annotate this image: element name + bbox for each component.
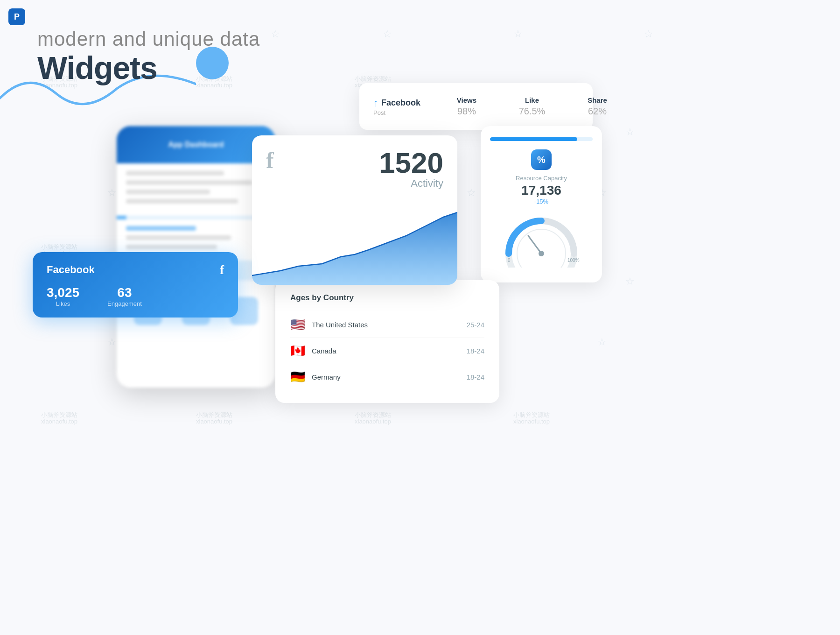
country-name-canada: Canada — [312, 347, 336, 355]
watermark-20: xiaonaofu.top — [355, 418, 391, 425]
watermark-22: xiaonaofu.top — [513, 418, 550, 425]
ages-by-country-card: Ages by Country 🇺🇸 The United States 25-… — [275, 280, 499, 403]
fb-activity-label: Activity — [379, 177, 443, 190]
star-12: ☆ — [597, 336, 607, 348]
fb-share-value: 62% — [579, 106, 616, 117]
mobile-text-5 — [126, 226, 196, 231]
ages-country-germany: 🇩🇪 Germany — [290, 370, 341, 384]
fb-activity-header: f 1520 Activity — [252, 135, 457, 190]
fb-share-stat: Share 62% — [579, 96, 616, 117]
resource-title: Resource Capacity — [490, 175, 593, 182]
star-3: ☆ — [513, 28, 523, 40]
star-4: ☆ — [644, 28, 653, 40]
svg-point-3 — [539, 251, 544, 256]
facebook-stats-card: ↑ Facebook Post Views 98% Like 76.5% Sha… — [359, 83, 593, 130]
svg-text:0: 0 — [508, 258, 511, 263]
mobile-text-3 — [126, 190, 210, 194]
ages-country-us: 🇺🇸 The United States — [290, 318, 368, 332]
ages-row-germany: 🇩🇪 Germany 18-24 — [290, 364, 484, 390]
watermark-7: 小脑斧资源站 — [41, 243, 77, 251]
star-9: ☆ — [107, 336, 117, 348]
mobile-header-text: App Dashboard — [168, 141, 224, 149]
hero-subtitle: modern and unique data — [37, 28, 260, 50]
fb-likes-label: Likes — [47, 300, 79, 307]
svg-point-1 — [517, 229, 566, 268]
mobile-text-6 — [126, 235, 231, 240]
fb-likes-stat: 3,025 Likes — [47, 285, 79, 307]
country-name-us: The United States — [312, 321, 368, 329]
flag-germany: 🇩🇪 — [290, 370, 305, 384]
fb-share-label: Share — [579, 96, 616, 104]
resource-icon-label: % — [537, 155, 546, 165]
fb-post-sublabel: Post — [373, 109, 385, 116]
watermark-21: 小脑斧资源站 — [513, 411, 550, 419]
resource-capacity-card: % Resource Capacity 17,136 -15% 0 100% — [481, 126, 602, 282]
star-7: ☆ — [467, 187, 476, 199]
fb-activity-chart — [252, 210, 457, 285]
star-5: ☆ — [107, 187, 117, 199]
resource-value: 17,136 — [490, 183, 593, 198]
hero-title: Widgets — [37, 50, 260, 85]
age-range-canada: 18-24 — [467, 347, 484, 355]
country-name-germany: Germany — [312, 373, 341, 381]
flag-us: 🇺🇸 — [290, 318, 305, 332]
top-logo: P — [8, 8, 25, 25]
age-range-germany: 18-24 — [467, 373, 484, 381]
watermark-19: 小脑斧资源站 — [355, 411, 391, 419]
fb-engagement-stat: 63 Engagement — [107, 285, 142, 307]
fb-post-label: ↑ Facebook Post — [373, 97, 420, 116]
fb-blue-name: Facebook — [47, 264, 95, 276]
fb-activity-number: 1520 — [379, 148, 443, 177]
mobile-header-bar: App Dashboard — [117, 126, 275, 163]
watermark-16: xiaonaofu.top — [41, 418, 77, 425]
fb-like-stat: Like 76.5% — [513, 96, 551, 117]
resource-progress-bar — [490, 137, 593, 141]
fb-blue-icon: f — [220, 262, 224, 277]
mobile-text-2 — [126, 180, 252, 185]
resource-gauge: 0 100% — [499, 212, 583, 269]
mobile-text-1 — [126, 171, 224, 176]
fb-like-label: Like — [513, 96, 551, 104]
watermark-18: xiaonaofu.top — [196, 418, 232, 425]
watermark-5: 小脑斧资源站 — [355, 75, 391, 83]
fb-views-stat: Views 98% — [448, 96, 485, 117]
fb-blue-stats: 3,025 Likes 63 Engagement — [47, 285, 224, 307]
fb-views-value: 98% — [448, 106, 485, 117]
fb-arrow-icon: ↑ — [373, 97, 378, 109]
resource-progress-fill — [490, 137, 577, 141]
fb-blue-top: Facebook f — [47, 262, 224, 277]
star-13: ☆ — [625, 126, 635, 138]
fb-post-title: Facebook — [381, 98, 420, 108]
watermark-15: 小脑斧资源站 — [41, 411, 77, 419]
mobile-divider — [126, 216, 266, 219]
fb-engagement-label: Engagement — [107, 300, 142, 307]
flag-canada: 🇨🇦 — [290, 344, 305, 358]
logo-letter: P — [14, 12, 20, 22]
fb-likes-value: 3,025 — [47, 285, 79, 300]
ages-country-canada: 🇨🇦 Canada — [290, 344, 336, 358]
fb-activity-icon: f — [266, 148, 274, 172]
fb-like-value: 76.5% — [513, 106, 551, 117]
star-2: ☆ — [383, 28, 392, 40]
ages-title: Ages by Country — [290, 293, 484, 303]
ages-row-us: 🇺🇸 The United States 25-24 — [290, 312, 484, 338]
resource-change: -15% — [490, 198, 593, 205]
ages-row-canada: 🇨🇦 Canada 18-24 — [290, 338, 484, 364]
watermark-17: 小脑斧资源站 — [196, 411, 232, 419]
fb-views-label: Views — [448, 96, 485, 104]
star-14: ☆ — [625, 275, 635, 288]
star-1: ☆ — [271, 28, 280, 40]
mobile-text-4 — [126, 199, 238, 204]
fb-engagement-value: 63 — [107, 285, 142, 300]
facebook-blue-card: Facebook f 3,025 Likes 63 Engagement — [33, 252, 238, 318]
facebook-activity-card: f 1520 Activity — [252, 135, 457, 285]
resource-icon: % — [531, 149, 552, 170]
age-range-us: 25-24 — [467, 321, 484, 329]
svg-text:100%: 100% — [567, 258, 580, 263]
mobile-text-7 — [126, 245, 217, 249]
fb-activity-numbers: 1520 Activity — [379, 148, 443, 190]
hero-section: modern and unique data Widgets — [37, 28, 260, 85]
